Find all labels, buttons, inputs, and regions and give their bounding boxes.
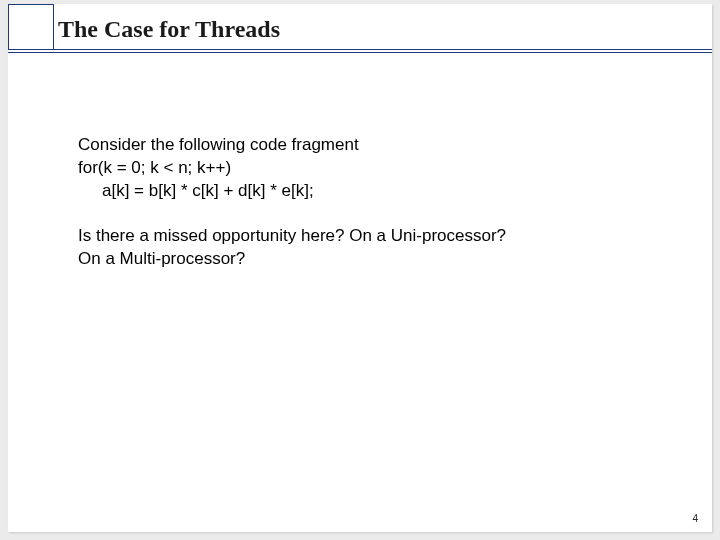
slide-header: The Case for Threads bbox=[8, 4, 712, 82]
page-number: 4 bbox=[692, 513, 698, 524]
slide-body: Consider the following code fragment for… bbox=[78, 134, 648, 271]
slide-title: The Case for Threads bbox=[58, 16, 280, 43]
paragraph-gap bbox=[78, 203, 648, 225]
body-line-4: Is there a missed opportunity here? On a… bbox=[78, 225, 648, 248]
body-line-2: for(k = 0; k < n; k++) bbox=[78, 157, 648, 180]
header-rule-outer bbox=[8, 49, 712, 50]
header-rule-inner bbox=[8, 52, 712, 53]
body-line-5: On a Multi-processor? bbox=[78, 248, 648, 271]
body-line-1: Consider the following code fragment bbox=[78, 134, 648, 157]
slide: The Case for Threads Consider the follow… bbox=[8, 4, 712, 532]
body-line-3: a[k] = b[k] * c[k] + d[k] * e[k]; bbox=[78, 180, 648, 203]
corner-decoration bbox=[8, 4, 54, 50]
